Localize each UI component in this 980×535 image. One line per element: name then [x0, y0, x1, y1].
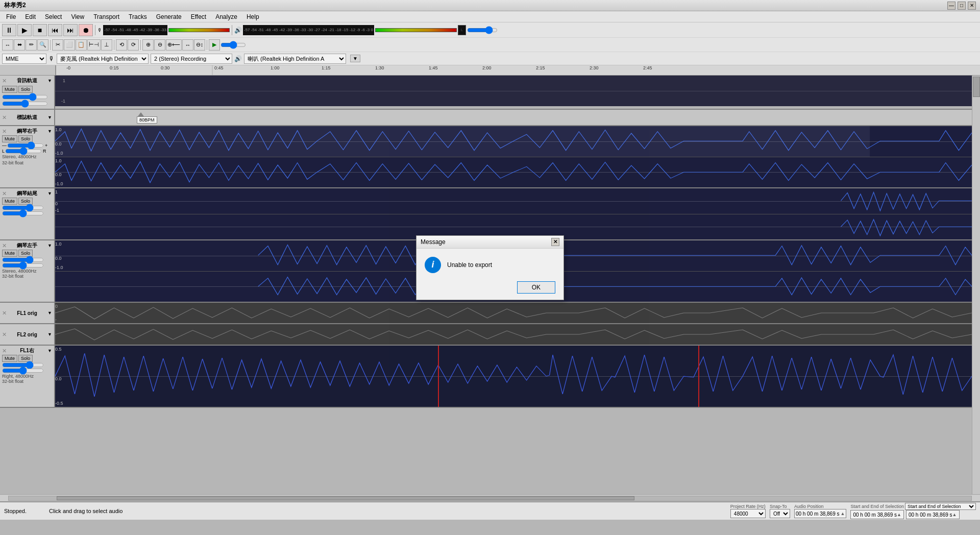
dialog-footer: OK: [416, 277, 564, 300]
dialog-title: Message: [421, 238, 446, 246]
dialog-close-button[interactable]: ✕: [551, 238, 559, 246]
dialog-overlay: Message ✕ i Unable to export OK: [0, 0, 980, 535]
dialog-info-icon: i: [425, 257, 441, 273]
message-dialog: Message ✕ i Unable to export OK: [416, 235, 564, 300]
dialog-ok-button[interactable]: OK: [517, 281, 555, 294]
dialog-body: i Unable to export: [416, 249, 564, 277]
dialog-message: Unable to export: [447, 261, 492, 269]
dialog-title-bar: Message ✕: [416, 236, 564, 249]
